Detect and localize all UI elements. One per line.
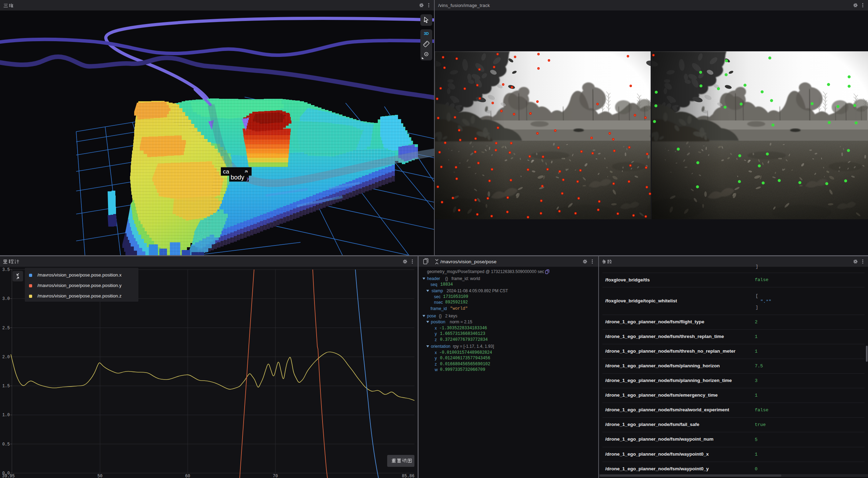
- svg-text:3D: 3D: [424, 31, 429, 36]
- svg-text:body: body: [231, 174, 244, 181]
- svg-text:60: 60: [185, 474, 190, 478]
- svg-text:1.5: 1.5: [2, 384, 10, 389]
- svg-text:0.5: 0.5: [2, 442, 10, 447]
- svg-text:3.0: 3.0: [2, 296, 10, 301]
- svg-text:3.5: 3.5: [2, 267, 10, 272]
- svg-text:2.0: 2.0: [2, 355, 10, 360]
- svg-text:1.0: 1.0: [2, 413, 10, 418]
- svg-text:85.86: 85.86: [402, 474, 414, 478]
- svg-text:39.95: 39.95: [2, 474, 15, 478]
- svg-text:2.5: 2.5: [2, 326, 10, 331]
- svg-text:70: 70: [273, 474, 278, 478]
- svg-text:50: 50: [97, 474, 102, 478]
- svg-text:ca: ca: [223, 168, 230, 175]
